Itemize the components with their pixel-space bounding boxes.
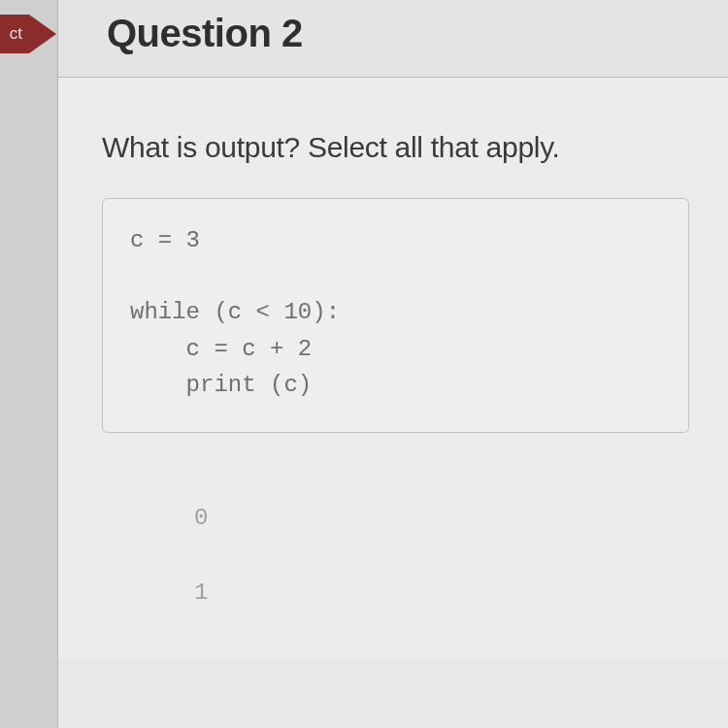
left-sidebar: ct [0, 0, 58, 728]
code-line: c = 3 [130, 227, 200, 253]
answer-options: 0 1 [102, 433, 689, 631]
question-header: Question 2 [58, 0, 728, 78]
code-block: c = 3 while (c < 10): c = c + 2 print (c… [102, 198, 689, 433]
question-content: What is output? Select all that apply. c… [58, 78, 728, 660]
code-line: c = c + 2 [130, 336, 312, 362]
code-line: while (c < 10): [130, 299, 340, 325]
question-prompt: What is output? Select all that apply. [102, 131, 689, 164]
badge-text: ct [10, 24, 22, 43]
main-panel: Question 2 What is output? Select all th… [58, 0, 728, 728]
option-1[interactable]: 1 [194, 556, 689, 631]
option-0[interactable]: 0 [194, 481, 689, 556]
question-title: Question 2 [107, 12, 694, 55]
code-line: print (c) [130, 372, 312, 398]
status-badge: ct [0, 15, 29, 53]
